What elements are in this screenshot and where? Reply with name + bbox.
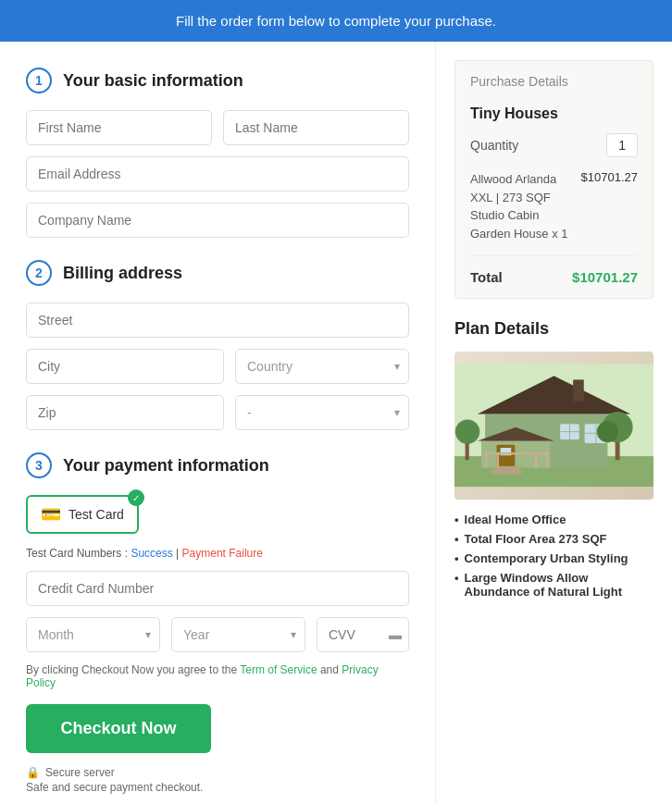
right-panel: Purchase Details Tiny Houses Quantity 1 … [436, 42, 672, 804]
section1-title: Your basic information [63, 71, 243, 91]
item-row: Allwood Arlanda XXL | 273 SQF Studio Cab… [470, 170, 638, 256]
svg-point-26 [455, 419, 479, 443]
separator: | [173, 547, 182, 560]
svg-rect-18 [496, 452, 498, 468]
last-name-input[interactable] [223, 110, 409, 145]
street-row [26, 303, 409, 338]
secure-desc: Safe and secure payment checkout. [26, 781, 409, 794]
feature-4-text: Large Windows Allow Abundance of Natural… [465, 571, 653, 599]
city-input[interactable] [26, 349, 224, 384]
first-name-input[interactable] [26, 110, 212, 145]
zip-input[interactable] [26, 395, 224, 430]
cvv-card-icon: ▬ [389, 627, 402, 642]
terms-prefix: By clicking Checkout Now you agree to th… [26, 663, 240, 676]
section3-header: 3 Your payment information [26, 452, 409, 478]
expiry-cvv-row: Month 010203040506070809101112 ▾ Year 20… [26, 617, 409, 652]
month-wrapper: Month 010203040506070809101112 ▾ [26, 617, 160, 652]
checkout-button[interactable]: Checkout Now [26, 704, 211, 753]
email-input[interactable] [26, 156, 409, 192]
credit-card-icon: 💳 [41, 504, 61, 525]
svg-rect-10 [492, 470, 522, 474]
country-select[interactable]: Country [235, 349, 409, 384]
card-option[interactable]: 💳 Test Card ✓ [26, 495, 139, 534]
item-price: $10701.27 [581, 170, 638, 184]
failure-link[interactable]: Payment Failure [182, 547, 263, 560]
state-select[interactable]: - [235, 395, 409, 430]
house-illustration [454, 352, 653, 500]
lock-icon: 🔒 [26, 766, 40, 779]
section3-title: Your payment information [63, 456, 269, 476]
plan-details-title: Plan Details [454, 319, 653, 339]
feature-2-text: Total Floor Area 273 SQF [465, 532, 607, 546]
cc-number-input[interactable] [26, 571, 409, 606]
banner-text: Fill the order form below to complete yo… [176, 13, 496, 29]
feature-3: Contemporary Urban Styling [454, 551, 653, 565]
terms-of-service-link[interactable]: Term of Service [240, 663, 317, 676]
quantity-value: 1 [606, 133, 638, 157]
plan-details: Plan Details [454, 319, 653, 599]
section2-title: Billing address [63, 264, 182, 283]
cc-number-row [26, 571, 409, 606]
item-name: Allwood Arlanda XXL | 273 SQF Studio Cab… [470, 170, 581, 242]
feature-4: Large Windows Allow Abundance of Natural… [454, 571, 653, 599]
quantity-row: Quantity 1 [470, 133, 638, 157]
secure-server-label: Secure server [45, 766, 115, 779]
page-wrapper: Fill the order form below to complete yo… [0, 0, 672, 804]
top-banner: Fill the order form below to complete yo… [0, 0, 672, 42]
svg-point-24 [597, 421, 618, 442]
svg-rect-19 [535, 452, 537, 468]
section1-number: 1 [26, 68, 52, 93]
svg-rect-20 [546, 452, 548, 468]
name-row [26, 110, 409, 145]
zip-state-row: - ▾ [26, 395, 409, 430]
feature-1: Ideal Home Office [454, 513, 653, 526]
cvv-wrapper: ▬ [317, 617, 409, 652]
feature-3-text: Contemporary Urban Styling [465, 551, 628, 565]
purchase-details-box: Purchase Details Tiny Houses Quantity 1 … [454, 60, 653, 299]
svg-rect-4 [573, 379, 584, 401]
house-image [454, 352, 653, 500]
section3-number: 3 [26, 452, 52, 478]
terms-text: By clicking Checkout Now you agree to th… [26, 663, 409, 689]
svg-rect-21 [485, 452, 549, 454]
feature-2: Total Floor Area 273 SQF [454, 532, 653, 546]
purchase-details-title: Purchase Details [470, 74, 638, 96]
payment-section: 3 Your payment information 💳 Test Card ✓… [26, 452, 409, 794]
terms-middle: and [317, 663, 342, 676]
secure-server-row: 🔒 Secure server [26, 766, 409, 779]
company-input[interactable] [26, 203, 409, 238]
billing-section: 2 Billing address Country ▾ [26, 260, 409, 430]
country-wrapper: Country ▾ [235, 349, 409, 384]
product-name: Tiny Houses [470, 105, 638, 122]
section2-number: 2 [26, 260, 52, 286]
state-wrapper: - ▾ [235, 395, 409, 430]
total-row: Total $10701.27 [470, 269, 638, 285]
plan-features-list: Ideal Home Office Total Floor Area 273 S… [454, 513, 653, 599]
email-row [26, 156, 409, 192]
section1-header: 1 Your basic information [26, 68, 409, 93]
card-selected-check-icon: ✓ [128, 489, 144, 506]
year-wrapper: Year 20242025202620272028202920302031203… [171, 617, 305, 652]
quantity-label: Quantity [470, 138, 518, 153]
total-price: $10701.27 [572, 269, 638, 285]
svg-rect-17 [485, 452, 487, 468]
company-row [26, 203, 409, 238]
secure-info: 🔒 Secure server Safe and secure payment … [26, 766, 409, 794]
year-select[interactable]: Year 20242025202620272028202920302031203… [171, 617, 305, 652]
total-label: Total [470, 269, 503, 285]
street-input[interactable] [26, 303, 409, 338]
month-select[interactable]: Month 010203040506070809101112 [26, 617, 160, 652]
test-card-prefix: Test Card Numbers : [26, 547, 131, 560]
feature-1-text: Ideal Home Office [465, 513, 566, 526]
city-country-row: Country ▾ [26, 349, 409, 384]
basic-info-section: 1 Your basic information [26, 68, 409, 238]
left-panel: 1 Your basic information 2 Bi [0, 42, 436, 804]
test-card-info: Test Card Numbers : Success | Payment Fa… [26, 547, 409, 560]
success-link[interactable]: Success [131, 547, 172, 560]
section2-header: 2 Billing address [26, 260, 409, 286]
main-content: 1 Your basic information 2 Bi [0, 42, 672, 804]
card-option-label: Test Card [68, 507, 124, 522]
